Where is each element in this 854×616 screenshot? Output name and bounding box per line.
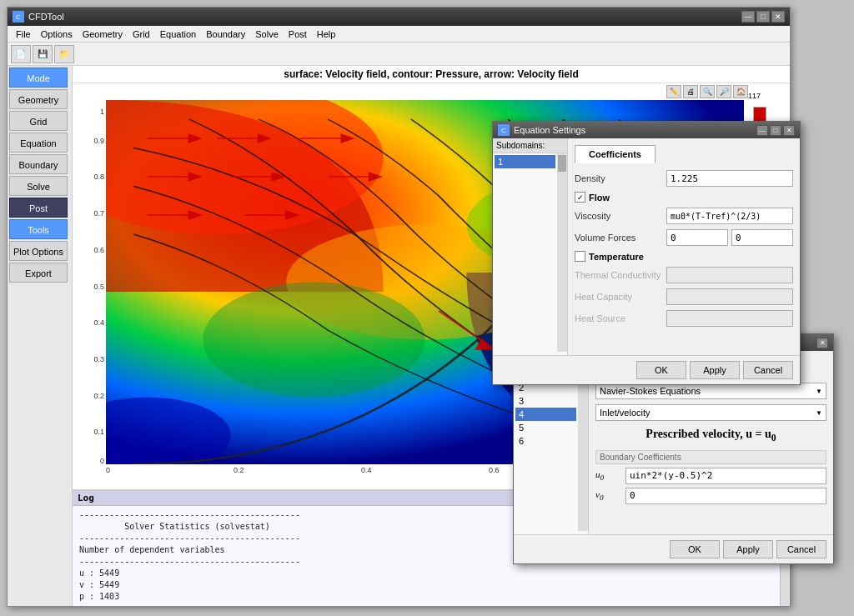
equation-type-value: Navier-Stokes Equations (600, 386, 701, 396)
boundary-item-4[interactable]: 4 (515, 408, 576, 421)
v0-input[interactable]: 0 (625, 488, 826, 504)
subdomain-scroll-thumb[interactable] (558, 155, 566, 172)
flow-checkbox[interactable]: ✓ (575, 192, 585, 203)
y-tick-6: 0.5 (93, 283, 104, 291)
plot-tool-3[interactable]: 🔍 (700, 85, 715, 98)
sidebar: Mode Geometry Grid Equation Boundary Sol… (8, 66, 73, 606)
eq-dialog-title: Equation Settings (514, 125, 756, 135)
toolbar-btn-2[interactable]: 💾 (33, 45, 53, 63)
volume-forces-x-input[interactable]: 0 (666, 229, 728, 246)
heat-capacity-row: Heat Capacity (575, 288, 793, 305)
boundary-item-3[interactable]: 3 (515, 394, 576, 408)
volume-forces-inputs: 0 0 (666, 229, 793, 246)
flow-label: Flow (589, 193, 610, 203)
coefficients-tab[interactable]: Coefficients (575, 145, 656, 163)
bc-type-dropdown[interactable]: Inlet/velocity ▼ (595, 404, 826, 421)
sidebar-item-plot-options[interactable]: Plot Options (9, 241, 68, 261)
maximize-button[interactable]: □ (756, 11, 770, 23)
sidebar-item-mode[interactable]: Mode (9, 68, 68, 88)
boundary-item-6[interactable]: 6 (515, 434, 576, 448)
eq-ok-button[interactable]: OK (636, 361, 686, 379)
density-input[interactable]: 1.225 (666, 170, 793, 187)
coeff-tab-bar: Coefficients (575, 145, 793, 163)
menu-equation[interactable]: Equation (155, 28, 201, 41)
coefficients-panel: Coefficients Density 1.225 ✓ Flow Viscos… (568, 138, 800, 355)
eq-dialog-buttons: — □ ✕ (756, 125, 795, 136)
subdomain-item-1[interactable]: 1 (495, 155, 555, 168)
sidebar-item-boundary[interactable]: Boundary (9, 154, 68, 174)
boundaries-list-container: 1 2 3 4 5 6 (514, 366, 588, 531)
prescribed-text: Prescribed velocity, u = u (646, 428, 771, 440)
y-tick-4: 0.7 (93, 209, 104, 218)
toolbar-btn-1[interactable]: 📄 (11, 45, 31, 63)
equation-type-dropdown[interactable]: Navier-Stokes Equations ▼ (595, 383, 826, 399)
plot-title: surface: Velocity field, contour: Pressu… (73, 66, 790, 83)
eq-maximize-button[interactable]: □ (770, 125, 781, 136)
x-tick-4: 0.6 (489, 466, 500, 474)
boundaries-list: 1 2 3 4 5 6 (514, 366, 578, 531)
sidebar-item-geometry[interactable]: Geometry (9, 89, 68, 109)
temperature-label: Temperature (589, 252, 644, 262)
temperature-section-header: Temperature (575, 251, 793, 262)
v0-row: v0 0 (595, 488, 826, 504)
eq-minimize-button[interactable]: — (756, 125, 768, 136)
density-row: Density 1.225 (575, 170, 793, 187)
heat-capacity-label: Heat Capacity (575, 292, 666, 302)
menu-boundary[interactable]: Boundary (201, 28, 250, 41)
viscosity-row: Viscosity mu0*(T-Tref)^(2/3) (575, 208, 793, 224)
eq-dialog-footer: OK Apply Cancel (493, 355, 800, 384)
u0-input[interactable]: uin*2*(y-0.5)^2 (625, 468, 826, 484)
density-label: Density (575, 173, 666, 183)
menu-post[interactable]: Post (284, 28, 312, 41)
bc-ok-button[interactable]: OK (670, 540, 720, 558)
app-icon: C (13, 11, 24, 23)
temperature-checkbox[interactable] (575, 251, 585, 262)
eq-apply-button[interactable]: Apply (690, 361, 740, 379)
plot-tool-5[interactable]: 🏠 (733, 85, 748, 98)
y-tick-11: 0 (100, 457, 104, 465)
boundary-item-5[interactable]: 5 (515, 421, 576, 434)
eq-close-button[interactable]: ✕ (783, 125, 795, 136)
volume-forces-y-input[interactable]: 0 (731, 229, 793, 246)
minimize-button[interactable]: — (741, 11, 755, 23)
bc-cancel-button[interactable]: Cancel (776, 540, 826, 558)
menu-grid[interactable]: Grid (128, 28, 155, 41)
svg-point-6 (203, 283, 424, 398)
menu-options[interactable]: Options (36, 28, 78, 41)
toolbar-btn-3[interactable]: 📁 (54, 45, 74, 63)
heat-source-label: Heat Source (575, 313, 666, 323)
eq-cancel-button[interactable]: Cancel (743, 361, 793, 379)
eq-dialog-body: Subdomains: 1 Coefficients Density 1.225 (493, 138, 800, 355)
u0-row: u0 uin*2*(y-0.5)^2 (595, 468, 826, 484)
y-tick-2: 0.9 (93, 137, 104, 145)
menu-geometry[interactable]: Geometry (78, 28, 128, 41)
y-tick-9: 0.2 (93, 392, 104, 400)
bc-type-row: Inlet/velocity ▼ (595, 404, 826, 421)
eq-dialog-icon: C (498, 124, 510, 136)
boundary-scrollbar[interactable] (578, 366, 588, 531)
sidebar-item-tools[interactable]: Tools (9, 219, 68, 239)
title-bar-buttons: — □ ✕ (741, 11, 785, 23)
plot-tool-2[interactable]: 🖨 (683, 85, 698, 98)
title-bar: C CFDTool — □ ✕ (8, 8, 790, 26)
subdomain-scrollbar[interactable] (557, 153, 567, 352)
sidebar-item-export[interactable]: Export (9, 263, 68, 283)
bc-close-button[interactable]: ✕ (816, 338, 828, 348)
menu-help[interactable]: Help (312, 28, 341, 41)
y-tick-3: 0.8 (93, 173, 104, 181)
sidebar-item-post[interactable]: Post (9, 198, 68, 218)
thermal-cond-row: Thermal Conductivity (575, 267, 793, 283)
plot-tool-4[interactable]: 🔎 (716, 85, 731, 98)
y-tick-5: 0.6 (93, 246, 104, 254)
plot-tool-1[interactable]: ✏️ (666, 85, 681, 98)
bc-apply-button[interactable]: Apply (723, 540, 773, 558)
viscosity-input[interactable]: mu0*(T-Tref)^(2/3) (666, 208, 793, 224)
sidebar-item-solve[interactable]: Solve (9, 176, 68, 196)
menu-solve[interactable]: Solve (250, 28, 284, 41)
sidebar-item-equation[interactable]: Equation (9, 133, 68, 153)
bc-type-arrow: ▼ (816, 409, 822, 417)
equation-type-arrow: ▼ (816, 388, 822, 395)
close-button[interactable]: ✕ (771, 11, 785, 23)
menu-file[interactable]: File (11, 28, 36, 41)
sidebar-item-grid[interactable]: Grid (9, 111, 68, 131)
